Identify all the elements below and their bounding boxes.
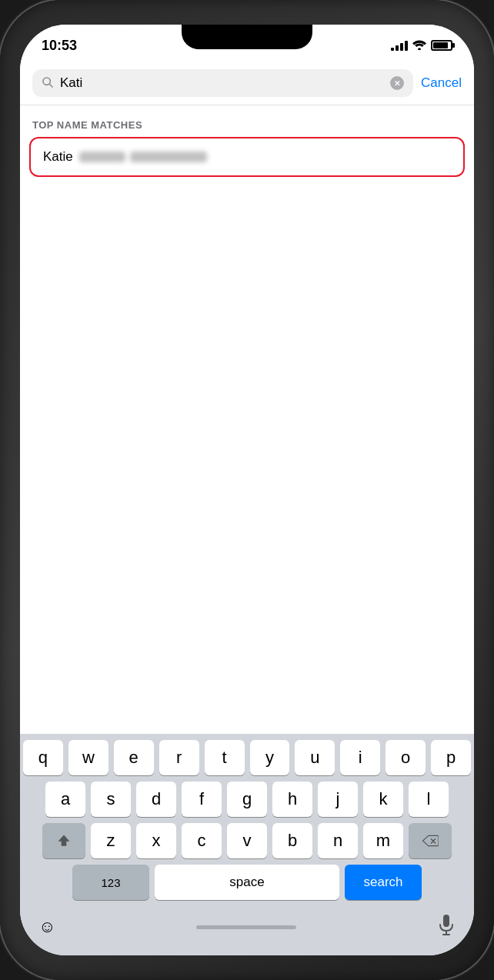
keyboard-row-2: a s d f g h j k l bbox=[23, 782, 471, 817]
phone-screen: 10:53 bbox=[20, 25, 474, 955]
key-l[interactable]: l bbox=[409, 782, 449, 817]
keyboard-row-3: z x c v b n m bbox=[23, 823, 471, 858]
emoji-key[interactable]: ☺ bbox=[38, 917, 55, 937]
key-x[interactable]: x bbox=[136, 823, 176, 858]
key-o[interactable]: o bbox=[386, 740, 426, 775]
key-f[interactable]: f bbox=[182, 782, 222, 817]
key-t[interactable]: t bbox=[205, 740, 245, 775]
key-u[interactable]: u bbox=[295, 740, 335, 775]
key-j[interactable]: j bbox=[318, 782, 358, 817]
key-k[interactable]: k bbox=[363, 782, 403, 817]
mic-key[interactable] bbox=[437, 914, 456, 940]
battery-icon bbox=[431, 40, 452, 51]
search-icon bbox=[42, 76, 54, 91]
search-bar-container: Kati Cancel bbox=[20, 62, 474, 105]
status-time: 10:53 bbox=[42, 38, 77, 54]
key-c[interactable]: c bbox=[182, 823, 222, 858]
key-b[interactable]: b bbox=[272, 823, 312, 858]
key-s[interactable]: s bbox=[91, 782, 131, 817]
clear-button[interactable] bbox=[390, 76, 404, 90]
home-indicator bbox=[196, 925, 296, 929]
search-input[interactable]: Kati bbox=[60, 75, 384, 91]
search-bar[interactable]: Kati bbox=[32, 69, 413, 97]
search-key[interactable]: search bbox=[345, 865, 422, 900]
content-area: TOP NAME MATCHES Katie bbox=[20, 105, 474, 734]
shift-key[interactable] bbox=[42, 823, 85, 858]
key-a[interactable]: a bbox=[45, 782, 85, 817]
key-q[interactable]: q bbox=[23, 740, 63, 775]
key-r[interactable]: r bbox=[159, 740, 199, 775]
svg-point-0 bbox=[418, 48, 421, 50]
key-w[interactable]: w bbox=[68, 740, 108, 775]
section-header: TOP NAME MATCHES bbox=[20, 105, 474, 137]
numbers-key[interactable]: 123 bbox=[72, 865, 149, 900]
cancel-button[interactable]: Cancel bbox=[421, 75, 462, 91]
signal-icon bbox=[391, 40, 408, 51]
key-z[interactable]: z bbox=[91, 823, 131, 858]
key-v[interactable]: v bbox=[227, 823, 267, 858]
key-m[interactable]: m bbox=[363, 823, 403, 858]
blurred-detail bbox=[130, 152, 207, 162]
keyboard-row-4: 123 space search bbox=[23, 865, 471, 900]
contact-result-row[interactable]: Katie bbox=[29, 137, 465, 177]
key-e[interactable]: e bbox=[114, 740, 154, 775]
svg-rect-2 bbox=[443, 915, 449, 927]
keyboard-bottom-bar: ☺ bbox=[20, 909, 474, 955]
key-g[interactable]: g bbox=[227, 782, 267, 817]
keyboard-row-1: q w e r t y u i o p bbox=[23, 740, 471, 775]
blurred-last-name bbox=[79, 152, 125, 162]
backspace-key[interactable] bbox=[409, 823, 452, 858]
keyboard: q w e r t y u i o p a s d f g h j k bbox=[20, 734, 474, 909]
key-h[interactable]: h bbox=[272, 782, 312, 817]
key-i[interactable]: i bbox=[340, 740, 380, 775]
key-n[interactable]: n bbox=[318, 823, 358, 858]
space-key[interactable]: space bbox=[155, 865, 339, 900]
wifi-icon bbox=[412, 39, 426, 52]
status-icons bbox=[391, 39, 452, 52]
notch bbox=[182, 25, 312, 49]
key-d[interactable]: d bbox=[136, 782, 176, 817]
key-y[interactable]: y bbox=[250, 740, 290, 775]
key-p[interactable]: p bbox=[431, 740, 471, 775]
phone-frame: 10:53 bbox=[0, 0, 494, 980]
contact-name: Katie bbox=[43, 149, 73, 165]
